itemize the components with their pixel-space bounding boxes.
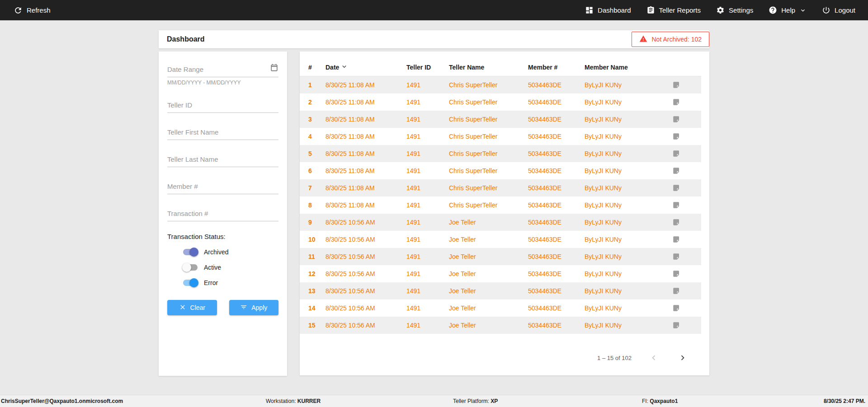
row-teller-name: Chris SuperTeller [449, 196, 528, 214]
nav-help[interactable]: Help [769, 6, 807, 14]
clear-button[interactable]: Clear [167, 300, 217, 315]
teller-first-name-input[interactable] [167, 124, 278, 140]
row-teller-id: 1491 [406, 317, 449, 334]
row-teller-id: 1491 [406, 162, 449, 179]
row-note-icon[interactable] [672, 94, 701, 111]
topbar: Refresh Dashboard Teller Reports Setting… [0, 0, 868, 20]
row-number: 5 [300, 145, 326, 162]
teller-platform-status: Teller Platform: XP [453, 395, 498, 407]
apply-button-label: Apply [251, 304, 267, 311]
nav-help-label: Help [781, 6, 795, 14]
teller-id-input[interactable] [167, 97, 278, 113]
table-row[interactable]: 7 8/30/25 11:08 AM 1491 Chris SuperTelle… [300, 179, 701, 196]
row-note-icon[interactable] [672, 265, 701, 282]
row-note-icon[interactable] [672, 299, 701, 317]
row-teller-name: Joe Teller [449, 299, 528, 317]
table-row[interactable]: 11 8/30/25 10:56 AM 1491 Joe Teller 5034… [300, 248, 701, 265]
member-number-input[interactable] [167, 178, 278, 194]
nav-dashboard[interactable]: Dashboard [585, 6, 631, 14]
table-row[interactable]: 15 8/30/25 10:56 AM 1491 Joe Teller 5034… [300, 317, 701, 334]
toggle-switch[interactable] [182, 248, 198, 257]
table-row[interactable]: 10 8/30/25 10:56 AM 1491 Joe Teller 5034… [300, 231, 701, 248]
row-teller-name: Joe Teller [449, 317, 528, 334]
topbar-nav: Dashboard Teller Reports Settings Help [585, 6, 855, 14]
table-body: 1 8/30/25 11:08 AM 1491 Chris SuperTelle… [300, 76, 701, 334]
refresh-button[interactable]: Refresh [14, 6, 51, 15]
column-header-date[interactable]: Date [326, 59, 406, 76]
table-row[interactable]: 14 8/30/25 10:56 AM 1491 Joe Teller 5034… [300, 299, 701, 317]
next-page-button[interactable] [676, 351, 689, 365]
row-member-name: ByLyJI KUNy [585, 111, 672, 128]
table-row[interactable]: 9 8/30/25 10:56 AM 1491 Joe Teller 50344… [300, 214, 701, 231]
row-note-icon[interactable] [672, 214, 701, 231]
row-teller-id: 1491 [406, 299, 449, 317]
table-row[interactable]: 3 8/30/25 11:08 AM 1491 Chris SuperTelle… [300, 111, 701, 128]
row-date: 8/30/25 11:08 AM [326, 145, 406, 162]
not-archived-badge[interactable]: Not Archived: 102 [632, 32, 709, 47]
toggle-switch[interactable] [182, 278, 198, 287]
row-note-icon[interactable] [672, 76, 701, 94]
apply-button[interactable]: Apply [229, 300, 279, 315]
table-row[interactable]: 4 8/30/25 11:08 AM 1491 Chris SuperTelle… [300, 128, 701, 145]
table-row[interactable]: 12 8/30/25 10:56 AM 1491 Joe Teller 5034… [300, 265, 701, 282]
pagination-range-label: 1 – 15 of 102 [597, 355, 632, 361]
toggle-thumb [182, 263, 191, 272]
table-row[interactable]: 1 8/30/25 11:08 AM 1491 Chris SuperTelle… [300, 76, 701, 94]
table-row[interactable]: 13 8/30/25 10:56 AM 1491 Joe Teller 5034… [300, 282, 701, 299]
table-row[interactable]: 8 8/30/25 11:08 AM 1491 Chris SuperTelle… [300, 196, 701, 214]
row-number: 3 [300, 111, 326, 128]
teller-last-name-input[interactable] [167, 151, 278, 167]
row-number: 4 [300, 128, 326, 145]
date-range-input[interactable] [167, 61, 278, 77]
row-note-icon[interactable] [672, 145, 701, 162]
row-date: 8/30/25 11:08 AM [326, 94, 406, 111]
row-note-icon[interactable] [672, 196, 701, 214]
row-note-icon[interactable] [672, 282, 701, 299]
clear-button-label: Clear [190, 304, 205, 311]
row-number: 1 [300, 76, 326, 94]
toggle-active[interactable]: Active [182, 263, 278, 272]
row-teller-id: 1491 [406, 214, 449, 231]
nav-settings[interactable]: Settings [716, 6, 753, 14]
row-teller-id: 1491 [406, 94, 449, 111]
row-member-name: ByLyJI KUNy [585, 179, 672, 196]
dashboard-icon [585, 6, 594, 14]
toggle-thumb [189, 278, 198, 287]
row-note-icon[interactable] [672, 317, 701, 334]
row-teller-id: 1491 [406, 265, 449, 282]
column-header-member-num: Member # [528, 59, 585, 76]
row-number: 11 [300, 248, 326, 265]
row-member-name: ByLyJI KUNy [585, 299, 672, 317]
row-note-icon[interactable] [672, 179, 701, 196]
calendar-icon[interactable] [270, 63, 278, 73]
column-header-date-label: Date [326, 64, 339, 71]
table-row[interactable]: 6 8/30/25 11:08 AM 1491 Chris SuperTelle… [300, 162, 701, 179]
toggle-switch[interactable] [182, 263, 198, 272]
row-teller-name: Chris SuperTeller [449, 179, 528, 196]
help-icon [769, 6, 777, 14]
row-note-icon[interactable] [672, 162, 701, 179]
transaction-number-input[interactable] [167, 206, 278, 221]
transactions-table-card: # Date Teller ID Teller Name [300, 51, 709, 375]
toggle-archived[interactable]: Archived [182, 248, 278, 257]
row-teller-id: 1491 [406, 76, 449, 94]
row-member-name: ByLyJI KUNy [585, 231, 672, 248]
row-note-icon[interactable] [672, 231, 701, 248]
table-row[interactable]: 5 8/30/25 11:08 AM 1491 Chris SuperTelle… [300, 145, 701, 162]
gear-icon [716, 6, 725, 14]
row-member-num: 5034463DE [528, 162, 585, 179]
row-note-icon[interactable] [672, 111, 701, 128]
row-date: 8/30/25 10:56 AM [326, 299, 406, 317]
row-note-icon[interactable] [672, 248, 701, 265]
date-range-hint: MM/DD/YYYY - MM/DD/YYYY [167, 80, 278, 86]
previous-page-button[interactable] [647, 351, 660, 365]
row-note-icon[interactable] [672, 128, 701, 145]
table-row[interactable]: 2 8/30/25 11:08 AM 1491 Chris SuperTelle… [300, 94, 701, 111]
nav-logout[interactable]: Logout [822, 6, 855, 14]
status-bar: ChrisSuperTeller@Qaxpauto1.onmicrosoft.c… [0, 395, 868, 407]
toggle-error[interactable]: Error [182, 278, 278, 287]
page-header: Dashboard Not Archived: 102 [159, 30, 709, 48]
nav-teller-reports[interactable]: Teller Reports [646, 6, 701, 14]
row-teller-id: 1491 [406, 248, 449, 265]
row-member-name: ByLyJI KUNy [585, 248, 672, 265]
